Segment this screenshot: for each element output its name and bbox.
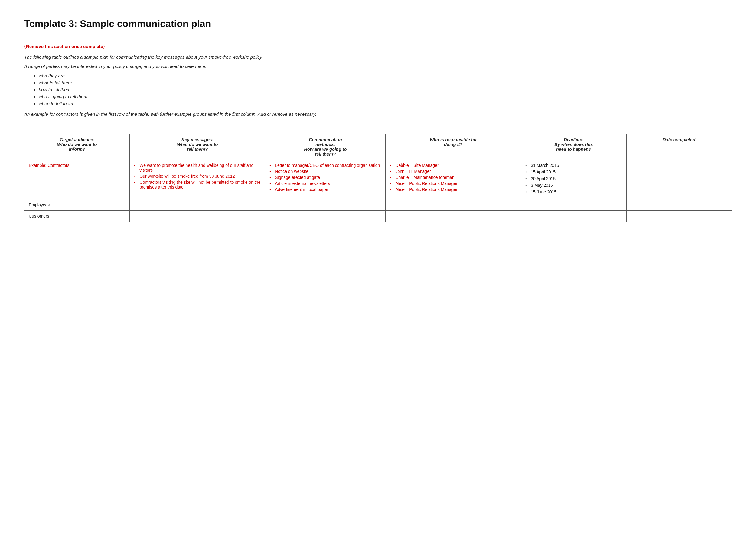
key-messages-customers [130, 211, 265, 222]
bullet-item-2: what to tell them [39, 80, 732, 85]
header-key-messages: Key messages: What do we want to tell th… [130, 134, 265, 160]
key-messages-employees [130, 199, 265, 211]
target-contractors: Example: Contractors [24, 160, 130, 199]
date-completed-contractors [626, 160, 732, 199]
deadlines-employees [521, 199, 626, 211]
header-comm-methods: Communication methods: How are we going … [265, 134, 386, 160]
key-message-3: Contractors visiting the site will not b… [134, 180, 261, 190]
bullet-item-3: how to tell them [39, 87, 732, 92]
table-row-customers: Customers [24, 211, 732, 222]
contractors-label: Example: Contractors [29, 163, 69, 168]
key-message-1: We want to promote the health and wellbe… [134, 163, 261, 172]
target-customers: Customers [24, 211, 130, 222]
comm-method-3: Signage erected at gate [269, 175, 381, 180]
key-messages-contractors: We want to promote the health and wellbe… [130, 160, 265, 199]
remove-notice: {Remove this section once complete} [24, 44, 732, 49]
comm-methods-employees [265, 199, 386, 211]
header-target: Target audience: Who do we want to infor… [24, 134, 130, 160]
bullet-item-4: who is going to tell them [39, 94, 732, 99]
bullet-item-5: when to tell them. [39, 101, 732, 106]
page-title: Template 3: Sample communication plan [24, 18, 732, 29]
comm-method-2: Notice on website [269, 169, 381, 174]
comm-method-4: Article in external newsletters [269, 181, 381, 186]
responsible-2: John – IT Manager [390, 169, 517, 174]
comm-methods-contractors: Letter to manager/CEO of each contractin… [265, 160, 386, 199]
bullet-list: who they are what to tell them how to te… [39, 73, 732, 106]
header-responsible: Who is responsible for doing it? [386, 134, 521, 160]
deadlines-contractors: 31 March 2015 15 April 2015 30 April 201… [521, 160, 626, 199]
table-row-contractors: Example: Contractors We want to promote … [24, 160, 732, 199]
deadlines-customers [521, 211, 626, 222]
table-divider [24, 125, 732, 125]
communication-plan-table: Target audience: Who do we want to infor… [24, 134, 732, 222]
deadline-5: 15 June 2015 [525, 190, 622, 194]
responsible-3: Charlie – Maintenance foreman [390, 175, 517, 180]
example-note: An example for contractors is given in t… [24, 112, 732, 117]
bullet-item-1: who they are [39, 73, 732, 78]
date-completed-employees [626, 199, 732, 211]
comm-method-5: Advertisement in local paper [269, 187, 381, 192]
responsible-1: Debbie – Site Manager [390, 163, 517, 168]
comm-method-1: Letter to manager/CEO of each contractin… [269, 163, 381, 168]
deadline-2: 15 April 2015 [525, 169, 622, 174]
deadline-3: 30 April 2015 [525, 176, 622, 181]
header-deadline: Deadline: By when does this need to happ… [521, 134, 626, 160]
deadline-1: 31 March 2015 [525, 163, 622, 168]
responsible-5: Alice – Public Relations Manager [390, 187, 517, 192]
title-divider [24, 35, 732, 35]
responsible-contractors: Debbie – Site Manager John – IT Manager … [386, 160, 521, 199]
header-date-completed: Date completed [626, 134, 732, 160]
intro-paragraph-2: A range of parties may be interested in … [24, 64, 732, 69]
responsible-4: Alice – Public Relations Manager [390, 181, 517, 186]
date-completed-customers [626, 211, 732, 222]
table-row-employees: Employees [24, 199, 732, 211]
intro-paragraph-1: The following table outlines a sample pl… [24, 54, 732, 60]
comm-methods-customers [265, 211, 386, 222]
target-employees: Employees [24, 199, 130, 211]
deadline-4: 3 May 2015 [525, 183, 622, 188]
responsible-customers [386, 211, 521, 222]
key-message-2: Our worksite will be smoke free from 30 … [134, 174, 261, 179]
responsible-employees [386, 199, 521, 211]
